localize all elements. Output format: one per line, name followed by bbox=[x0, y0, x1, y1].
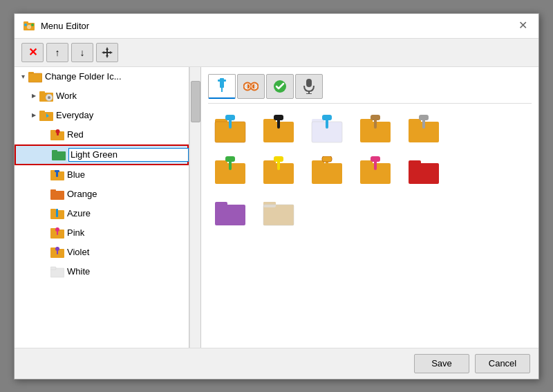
folder-icon-violet bbox=[50, 245, 64, 259]
tree-item-lightgreen[interactable] bbox=[15, 144, 189, 165]
tree-item-white[interactable]: White bbox=[15, 262, 189, 281]
svg-rect-21 bbox=[50, 130, 56, 133]
menu-editor-dialog: Menu Editor ✕ ✕ ↑ ↓ ▾ bbox=[14, 13, 539, 380]
svg-rect-72 bbox=[360, 119, 373, 124]
svg-rect-86 bbox=[274, 156, 283, 162]
tree-label-work: Work bbox=[56, 91, 186, 101]
folder-icon-blue bbox=[50, 168, 64, 182]
tree-item-everyday[interactable]: ▶ Everyday bbox=[15, 106, 189, 125]
icon-cell-2[interactable] bbox=[259, 112, 298, 147]
svg-rect-47 bbox=[221, 88, 223, 92]
title-bar: Menu Editor ✕ bbox=[15, 14, 538, 39]
svg-rect-97 bbox=[215, 205, 245, 225]
tree-label-red: Red bbox=[67, 129, 186, 140]
svg-rect-94 bbox=[371, 156, 380, 162]
scrollbar-thumb[interactable] bbox=[191, 81, 200, 122]
tree-item-work[interactable]: ▶ Work bbox=[15, 86, 189, 106]
save-button[interactable]: Save bbox=[414, 354, 469, 373]
icon-tab-1[interactable] bbox=[208, 74, 236, 99]
tree-item-azure[interactable]: Azure bbox=[15, 204, 189, 223]
svg-rect-92 bbox=[360, 160, 373, 166]
icon-cell-7[interactable] bbox=[259, 153, 298, 188]
svg-point-3 bbox=[24, 24, 27, 26]
svg-rect-25 bbox=[52, 150, 57, 153]
title-bar-left: Menu Editor bbox=[23, 19, 89, 32]
svg-point-38 bbox=[55, 227, 59, 232]
tree-item-root[interactable]: ▾ Change Folder Ic... bbox=[15, 67, 189, 86]
icon-cell-4[interactable] bbox=[356, 112, 395, 147]
svg-point-4 bbox=[31, 24, 34, 26]
move-up-button[interactable]: ↑ bbox=[46, 43, 68, 62]
svg-rect-29 bbox=[55, 170, 59, 172]
icon-cell-8[interactable] bbox=[308, 153, 346, 188]
svg-rect-90 bbox=[322, 156, 332, 162]
svg-rect-98 bbox=[215, 202, 227, 207]
link-tab-icon bbox=[243, 80, 259, 93]
icon-cell-6[interactable] bbox=[211, 153, 250, 188]
svg-rect-1 bbox=[24, 21, 28, 24]
svg-point-2 bbox=[27, 25, 31, 29]
dialog-title: Menu Editor bbox=[41, 21, 89, 31]
tree-panel-container: ▾ Change Folder Ic... ▶ bbox=[15, 67, 201, 348]
icon-cell-3[interactable] bbox=[308, 112, 346, 147]
icon-tab-2[interactable] bbox=[237, 74, 265, 99]
main-content: ▾ Change Folder Ic... ▶ bbox=[15, 67, 538, 348]
folder-icon-white bbox=[50, 265, 64, 279]
svg-rect-33 bbox=[50, 209, 56, 212]
tree-label-blue: Blue bbox=[67, 169, 186, 180]
delete-button[interactable]: ✕ bbox=[21, 43, 44, 62]
svg-rect-82 bbox=[225, 156, 235, 162]
svg-marker-8 bbox=[106, 55, 109, 58]
icon-cell-12[interactable] bbox=[259, 195, 298, 230]
svg-rect-56 bbox=[306, 93, 312, 94]
svg-rect-19 bbox=[39, 111, 45, 113]
svg-rect-36 bbox=[50, 228, 56, 231]
icon-cell-1[interactable] bbox=[211, 112, 250, 147]
tree-label-pink: Pink bbox=[67, 227, 186, 238]
svg-rect-50 bbox=[247, 84, 254, 88]
svg-rect-54 bbox=[306, 79, 312, 87]
icon-grid bbox=[208, 109, 532, 232]
icon-cell-5[interactable] bbox=[404, 112, 443, 147]
svg-rect-44 bbox=[50, 267, 56, 270]
icon-tab-4[interactable] bbox=[295, 74, 323, 99]
app-icon bbox=[23, 19, 35, 32]
tree-item-pink[interactable]: Pink bbox=[15, 223, 189, 243]
folder-icon-red bbox=[50, 128, 64, 142]
tree-label-orange: Orange bbox=[67, 189, 186, 199]
cancel-button[interactable]: Cancel bbox=[475, 354, 530, 373]
svg-rect-15 bbox=[39, 91, 45, 94]
tree-input-lightgreen[interactable] bbox=[68, 148, 189, 162]
tree-item-red[interactable]: Red bbox=[15, 125, 189, 144]
move-button[interactable] bbox=[96, 43, 118, 62]
svg-rect-70 bbox=[322, 115, 332, 120]
move-down-button[interactable]: ↓ bbox=[71, 43, 93, 62]
tree-item-blue[interactable]: Blue bbox=[15, 165, 189, 185]
svg-rect-65 bbox=[274, 115, 283, 120]
svg-rect-101 bbox=[263, 205, 294, 225]
tree-item-violet[interactable]: Violet bbox=[15, 243, 189, 262]
folder-icon-lightgreen bbox=[52, 148, 66, 162]
svg-rect-84 bbox=[263, 160, 276, 166]
tree-arrow-root: ▾ bbox=[17, 73, 28, 80]
svg-marker-10 bbox=[110, 51, 113, 54]
icon-cell-9[interactable] bbox=[356, 153, 395, 188]
icon-tabs bbox=[208, 74, 532, 104]
folder-icon-work bbox=[39, 89, 53, 103]
tree-scrollbar[interactable] bbox=[189, 67, 200, 348]
svg-rect-63 bbox=[263, 119, 276, 124]
icon-tab-3[interactable] bbox=[266, 74, 294, 99]
svg-point-42 bbox=[55, 247, 59, 251]
svg-marker-9 bbox=[102, 51, 104, 54]
tree-item-orange[interactable]: Orange bbox=[15, 185, 189, 204]
close-button[interactable]: ✕ bbox=[516, 19, 530, 32]
folder-icon-everyday bbox=[39, 109, 53, 122]
icon-cell-10[interactable] bbox=[404, 153, 443, 188]
svg-rect-78 bbox=[419, 115, 429, 120]
tree-arrow-work: ▶ bbox=[28, 93, 39, 99]
tree-label-root: Change Folder Ic... bbox=[45, 71, 186, 82]
svg-rect-74 bbox=[371, 115, 380, 120]
icon-cell-11[interactable] bbox=[211, 195, 250, 230]
tree-label-azure: Azure bbox=[67, 208, 186, 218]
icon-panel bbox=[201, 67, 538, 348]
